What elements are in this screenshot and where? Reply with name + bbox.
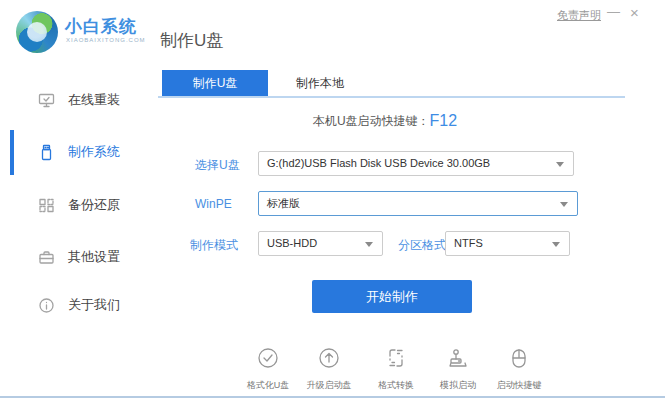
tab-underline bbox=[158, 96, 625, 98]
sidebar-item-label: 其他设置 bbox=[68, 248, 120, 266]
partition-dropdown[interactable]: NTFS bbox=[445, 231, 570, 256]
boot-hotkey-value: F12 bbox=[430, 112, 458, 129]
mode-label: 制作模式 bbox=[190, 237, 238, 254]
tool-label: 启动快捷键 bbox=[497, 379, 542, 392]
partition-label: 分区格式 bbox=[398, 237, 446, 254]
tool-format-usb[interactable]: 格式化U盘 bbox=[236, 346, 300, 392]
window-bottom-divider bbox=[0, 396, 665, 398]
tool-label: 模拟启动 bbox=[440, 379, 476, 392]
chevron-down-icon bbox=[552, 242, 560, 247]
disclaimer-link[interactable]: 免责声明 bbox=[557, 8, 601, 23]
sidebar-item-backup-restore[interactable]: 备份还原 bbox=[0, 194, 150, 216]
app-logo-title: 小白系统 bbox=[65, 15, 137, 38]
mode-dropdown[interactable]: USB-HDD bbox=[258, 231, 383, 256]
tool-label: 升级启动盘 bbox=[307, 379, 352, 392]
boot-hotkey-label: 本机U盘启动快捷键： bbox=[313, 114, 430, 128]
sidebar-item-label: 制作系统 bbox=[68, 143, 120, 161]
sidebar-item-label: 备份还原 bbox=[68, 196, 120, 214]
simulate-boot-icon bbox=[446, 346, 470, 374]
usb-drive-icon bbox=[38, 144, 55, 161]
close-button[interactable]: × bbox=[630, 4, 639, 21]
tool-simulate-boot[interactable]: 模拟启动 bbox=[426, 346, 490, 392]
start-make-button[interactable]: 开始制作 bbox=[312, 280, 472, 313]
winpe-dropdown[interactable]: 标准版 bbox=[258, 191, 578, 216]
boot-hotkey-hint: 本机U盘启动快捷键：F12 bbox=[150, 112, 620, 130]
toolbox-icon bbox=[38, 249, 55, 266]
sidebar-item-online-reinstall[interactable]: 在线重装 bbox=[0, 89, 150, 111]
tool-format-convert[interactable]: 格式转换 bbox=[364, 346, 428, 392]
app-window: 小白系统 XIAOBAIXITONG.COM 制作U盘 免责声明 — × 在线重… bbox=[0, 0, 665, 405]
usb-select-label: 选择U盘 bbox=[195, 157, 240, 174]
chevron-down-icon bbox=[365, 242, 373, 247]
backup-restore-icon bbox=[38, 197, 55, 214]
mode-value: USB-HDD bbox=[267, 237, 317, 249]
winpe-value: 标准版 bbox=[267, 197, 300, 209]
tool-boot-hotkey[interactable]: 启动快捷键 bbox=[487, 346, 551, 392]
monitor-reinstall-icon bbox=[38, 92, 55, 109]
page-title: 制作U盘 bbox=[160, 29, 223, 52]
tool-label: 格式化U盘 bbox=[247, 379, 290, 392]
sidebar-item-make-system[interactable]: 制作系统 bbox=[0, 141, 150, 163]
usb-select-dropdown[interactable]: G:(hd2)USB Flash Disk USB Device 30.00GB bbox=[258, 151, 574, 176]
winpe-label: WinPE bbox=[195, 197, 232, 211]
chevron-down-icon bbox=[556, 162, 564, 167]
usb-select-value: G:(hd2)USB Flash Disk USB Device 30.00GB bbox=[267, 157, 490, 169]
sidebar-item-label: 关于我们 bbox=[68, 296, 120, 314]
sidebar-item-label: 在线重装 bbox=[68, 91, 120, 109]
partition-value: NTFS bbox=[454, 237, 483, 249]
sidebar-item-about-us[interactable]: 关于我们 bbox=[0, 294, 150, 316]
chevron-down-icon bbox=[560, 202, 568, 207]
info-icon bbox=[38, 297, 55, 314]
app-logo bbox=[16, 11, 58, 53]
format-usb-icon bbox=[256, 346, 280, 374]
minimize-button[interactable]: — bbox=[607, 4, 620, 19]
sidebar-item-other-settings[interactable]: 其他设置 bbox=[0, 246, 150, 268]
tab-make-local[interactable]: 制作本地 bbox=[268, 70, 372, 96]
tool-upgrade-boot[interactable]: 升级启动盘 bbox=[297, 346, 361, 392]
app-logo-subtitle: XIAOBAIXITONG.COM bbox=[66, 37, 146, 43]
boot-hotkey-icon bbox=[507, 346, 531, 374]
main-content: 制作U盘 制作本地 本机U盘启动快捷键：F12 选择U盘 G:(hd2)USB … bbox=[150, 60, 655, 405]
upgrade-boot-icon bbox=[317, 346, 341, 374]
format-convert-icon bbox=[384, 346, 408, 374]
tab-make-usb[interactable]: 制作U盘 bbox=[162, 70, 268, 96]
tool-label: 格式转换 bbox=[378, 379, 414, 392]
